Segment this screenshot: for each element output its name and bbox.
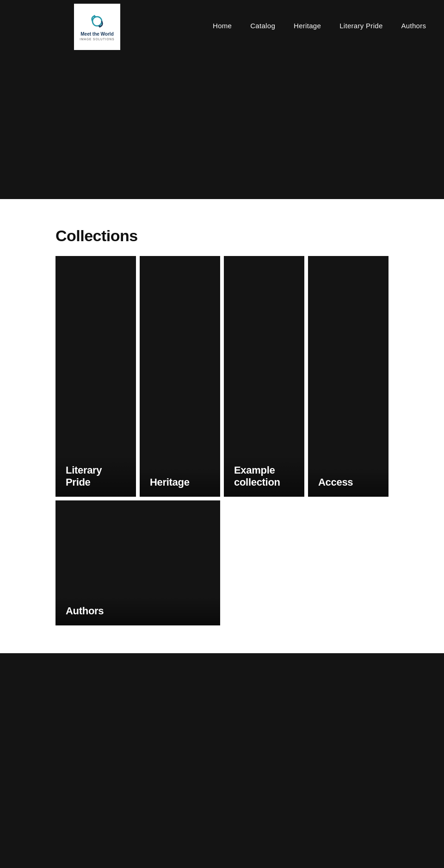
navbar: Meet the World IMAGE SOLUTIONS Home Cata…: [0, 0, 444, 51]
collection-label-example: Example collection: [224, 456, 304, 497]
nav-item-catalog[interactable]: Catalog: [241, 17, 284, 34]
svg-point-0: [92, 17, 102, 26]
collections-grid: Literary Pride Heritage Example collecti…: [56, 256, 388, 625]
collection-card-access[interactable]: Access: [308, 256, 388, 497]
collection-card-example[interactable]: Example collection: [224, 256, 304, 497]
collection-card-heritage[interactable]: Heritage: [140, 256, 220, 497]
nav-link-home[interactable]: Home: [204, 17, 241, 34]
collection-label-literary-pride: Literary Pride: [56, 456, 136, 497]
collection-card-authors[interactable]: Authors: [56, 500, 220, 625]
collection-label-authors: Authors: [56, 597, 220, 625]
hero-section: Meet the World IMAGE SOLUTIONS Home Cata…: [0, 0, 444, 199]
nav-item-heritage[interactable]: Heritage: [284, 17, 330, 34]
collections-section: Collections Literary Pride Heritage Exam…: [0, 199, 444, 653]
dark-footer-section: [0, 653, 444, 868]
nav-link-catalog[interactable]: Catalog: [241, 17, 284, 34]
nav-item-home[interactable]: Home: [204, 17, 241, 34]
logo-icon: [86, 13, 108, 31]
logo-text-sub: IMAGE SOLUTIONS: [80, 37, 114, 41]
nav-link-literary-pride[interactable]: Literary Pride: [330, 17, 392, 34]
nav-item-authors[interactable]: Authors: [392, 17, 436, 34]
logo[interactable]: Meet the World IMAGE SOLUTIONS: [74, 4, 120, 50]
nav-item-literary-pride[interactable]: Literary Pride: [330, 17, 392, 34]
nav-link-heritage[interactable]: Heritage: [284, 17, 330, 34]
logo-text-main: Meet the World: [80, 31, 113, 37]
collection-label-access: Access: [308, 468, 388, 497]
collections-title: Collections: [56, 227, 388, 245]
nav-link-authors[interactable]: Authors: [392, 17, 436, 34]
collection-card-literary-pride[interactable]: Literary Pride: [56, 256, 136, 497]
nav-links: Home Catalog Heritage Literary Pride Aut…: [204, 17, 435, 34]
collection-label-heritage: Heritage: [140, 468, 220, 497]
